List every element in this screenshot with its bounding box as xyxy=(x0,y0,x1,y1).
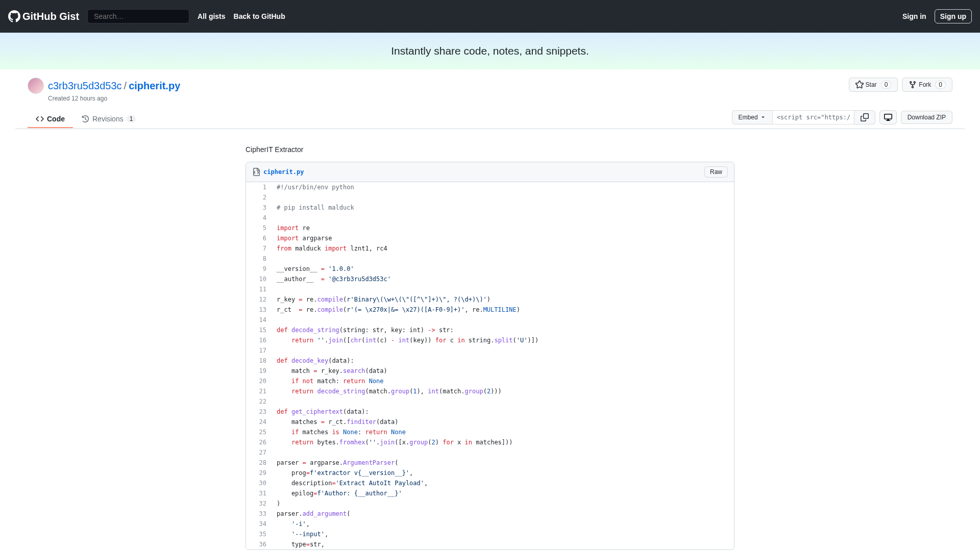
line-number[interactable]: 6 xyxy=(246,233,272,243)
line-number[interactable]: 2 xyxy=(246,192,272,203)
raw-button[interactable]: Raw xyxy=(704,166,728,178)
fork-button[interactable]: Fork 0 xyxy=(902,78,952,92)
line-content xyxy=(272,315,734,325)
code-line: 13r_ct = re.compile(r'(= \x270x|&= \x27)… xyxy=(246,305,734,315)
code-line: 22 xyxy=(246,396,734,407)
line-number[interactable]: 26 xyxy=(246,437,272,447)
line-number[interactable]: 3 xyxy=(246,203,272,213)
line-content: # pip install malduck xyxy=(272,203,734,213)
nav-back-to-github[interactable]: Back to GitHub xyxy=(234,12,285,20)
code-table: 1#!/usr/bin/env python2 3# pip install m… xyxy=(246,182,734,549)
star-count: 0 xyxy=(881,81,892,89)
line-number[interactable]: 5 xyxy=(246,223,272,233)
line-content: return ''.join([chr(int(c) - int(key)) f… xyxy=(272,335,734,345)
line-number[interactable]: 22 xyxy=(246,396,272,407)
line-number[interactable]: 12 xyxy=(246,294,272,305)
embed-dropdown[interactable]: Embed xyxy=(732,110,772,124)
tab-revisions-label: Revisions xyxy=(92,115,124,123)
line-content: match = r_key.search(data) xyxy=(272,366,734,376)
line-number[interactable]: 1 xyxy=(246,182,272,192)
embed-url-input[interactable] xyxy=(772,110,854,124)
gist-logo[interactable]: GitHub Gist xyxy=(8,10,79,22)
fork-icon xyxy=(909,81,917,89)
file-name-link[interactable]: cipherit.py xyxy=(263,168,304,176)
header-nav: All gists Back to GitHub xyxy=(198,12,285,20)
line-content xyxy=(272,284,734,294)
line-number[interactable]: 9 xyxy=(246,264,272,274)
download-zip-button[interactable]: Download ZIP xyxy=(901,111,952,124)
line-content xyxy=(272,213,734,223)
line-number[interactable]: 10 xyxy=(246,274,272,284)
owner-link[interactable]: c3rb3ru5d3d53c xyxy=(48,80,122,91)
revisions-count: 1 xyxy=(127,115,136,122)
line-number[interactable]: 27 xyxy=(246,447,272,458)
gist-name-link[interactable]: cipherit.py xyxy=(129,80,180,91)
line-number[interactable]: 14 xyxy=(246,315,272,325)
line-content: return decode_string(match.group(1), int… xyxy=(272,386,734,396)
line-number[interactable]: 25 xyxy=(246,427,272,437)
code-line: 2 xyxy=(246,192,734,203)
code-line: 33parser.add_argument( xyxy=(246,509,734,519)
line-number[interactable]: 35 xyxy=(246,529,272,539)
line-content xyxy=(272,396,734,407)
nav-all-gists[interactable]: All gists xyxy=(198,12,225,20)
line-number[interactable]: 7 xyxy=(246,243,272,254)
line-number[interactable]: 18 xyxy=(246,356,272,366)
line-content: r_key = re.compile(r'Binary\(\w+\(\"([^\… xyxy=(272,294,734,305)
line-content: #!/usr/bin/env python xyxy=(272,182,734,192)
line-content: import argparse xyxy=(272,233,734,243)
code-line: 34 '-i', xyxy=(246,519,734,529)
line-number[interactable]: 24 xyxy=(246,417,272,427)
sign-in-link[interactable]: Sign in xyxy=(902,12,926,20)
line-number[interactable]: 34 xyxy=(246,519,272,529)
line-number[interactable]: 17 xyxy=(246,345,272,356)
code-line: 10__author__ = '@c3rb3ru5d3d53c' xyxy=(246,274,734,284)
code-line: 27 xyxy=(246,447,734,458)
line-content: def decode_key(data): xyxy=(272,356,734,366)
line-number[interactable]: 28 xyxy=(246,458,272,468)
line-number[interactable]: 15 xyxy=(246,325,272,335)
gist-meta: c3rb3ru5d3d53c/cipherit.py Created 12 ho… xyxy=(15,69,965,102)
tab-code[interactable]: Code xyxy=(28,111,73,128)
code-line: 12r_key = re.compile(r'Binary\(\w+\(\"([… xyxy=(246,294,734,305)
tab-revisions[interactable]: Revisions 1 xyxy=(73,111,144,128)
line-number[interactable]: 29 xyxy=(246,468,272,478)
star-icon xyxy=(855,81,864,89)
line-content: parser = argparse.ArgumentParser( xyxy=(272,458,734,468)
line-number[interactable]: 23 xyxy=(246,407,272,417)
line-content: import re xyxy=(272,223,734,233)
code-line: 7from malduck import lznt1, rc4 xyxy=(246,243,734,254)
tab-code-label: Code xyxy=(47,115,65,123)
code-line: 15def decode_string(string: str, key: in… xyxy=(246,325,734,335)
code-line: 9__version__ = '1.0.0' xyxy=(246,264,734,274)
line-number[interactable]: 11 xyxy=(246,284,272,294)
line-number[interactable]: 13 xyxy=(246,305,272,315)
code-line: 30 description='Extract AutoIt Payload', xyxy=(246,478,734,488)
line-number[interactable]: 4 xyxy=(246,213,272,223)
search-input[interactable] xyxy=(87,9,189,23)
line-number[interactable]: 31 xyxy=(246,488,272,498)
line-number[interactable]: 16 xyxy=(246,335,272,345)
star-button[interactable]: Star 0 xyxy=(849,78,898,92)
line-number[interactable]: 30 xyxy=(246,478,272,488)
avatar[interactable] xyxy=(28,78,44,94)
fork-label: Fork xyxy=(919,81,931,88)
line-number[interactable]: 36 xyxy=(246,539,272,549)
gist-tabs: Code Revisions 1 Embed Download ZIP xyxy=(15,110,965,129)
copy-url-button[interactable] xyxy=(854,110,875,124)
created-timestamp: Created 12 hours ago xyxy=(48,95,180,102)
file-block: cipherit.py Raw 1#!/usr/bin/env python2 … xyxy=(246,162,734,550)
desktop-button[interactable] xyxy=(879,110,897,124)
sign-up-button[interactable]: Sign up xyxy=(935,9,972,23)
code-line: 35 '--input', xyxy=(246,529,734,539)
code-line: 6import argparse xyxy=(246,233,734,243)
line-number[interactable]: 21 xyxy=(246,386,272,396)
line-number[interactable]: 8 xyxy=(246,254,272,264)
line-number[interactable]: 32 xyxy=(246,498,272,509)
line-number[interactable]: 20 xyxy=(246,376,272,386)
line-content: if not match: return None xyxy=(272,376,734,386)
line-number[interactable]: 19 xyxy=(246,366,272,376)
embed-group: Embed xyxy=(732,110,875,124)
copy-icon xyxy=(861,113,869,121)
line-number[interactable]: 33 xyxy=(246,509,272,519)
